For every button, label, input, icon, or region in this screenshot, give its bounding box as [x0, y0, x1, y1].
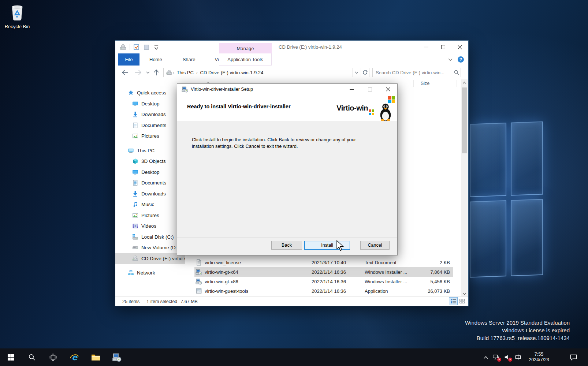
dialog-close-icon[interactable] [379, 84, 397, 95]
sidebar-item-documents[interactable]: Documents [115, 120, 185, 131]
sidebar-item-downloads[interactable]: Downloads [115, 188, 185, 199]
up-icon[interactable] [152, 68, 161, 77]
sidebar-item-this-pc[interactable]: This PC [115, 145, 185, 156]
refresh-icon[interactable] [361, 68, 369, 77]
taskbar-installer-icon[interactable] [106, 348, 127, 366]
back-button[interactable]: Back [271, 241, 302, 250]
ribbon-collapse-icon[interactable] [448, 57, 453, 62]
task-view-icon[interactable] [42, 348, 64, 366]
desktop-icon [132, 169, 138, 175]
sidebar-item-pictures[interactable]: Pictures [115, 210, 185, 221]
star-icon [128, 90, 134, 96]
file-size: 2 KB [419, 260, 453, 265]
minimize-button[interactable] [418, 41, 435, 53]
forward-icon[interactable] [134, 68, 142, 77]
file-row-virtio-win-guest-tools[interactable]: virtio-win-guest-tools2022/1/14 16:36App… [194, 286, 453, 296]
sidebar-item-label: Documents [141, 123, 166, 128]
start-button[interactable] [0, 348, 21, 366]
breadcrumb-current[interactable]: CD Drive (E:) virtio-win-1.9.24 [198, 70, 266, 75]
taskbar-search-icon[interactable] [21, 348, 42, 366]
tab-application-tools[interactable]: Application Tools [219, 53, 272, 66]
status-bar: 25 items 1 item selected 7.67 MB [115, 296, 468, 306]
sidebar-item-downloads[interactable]: Downloads [115, 109, 185, 120]
setup-dialog: Virtio-win-driver-installer Setup Ready … [177, 83, 398, 255]
internet-explorer-icon[interactable]: e [64, 348, 85, 366]
recycle-bin[interactable]: Recycle Bin [3, 3, 31, 29]
msifile-icon [196, 278, 202, 285]
dialog-minimize-icon[interactable] [342, 84, 361, 95]
tab-share[interactable]: Share [176, 53, 202, 66]
sidebar-item-new-volume-d[interactable]: New Volume (D [115, 242, 185, 253]
toolbar-separator [130, 44, 130, 50]
ime-icon[interactable] [513, 348, 524, 366]
search-input[interactable] [373, 70, 453, 75]
sidebar-item-label: Pictures [141, 213, 159, 218]
address-bar[interactable]: › This PC › CD Drive (E:) virtio-win-1.9… [163, 68, 369, 77]
msifile-icon [196, 269, 202, 275]
close-button[interactable] [451, 41, 468, 53]
tab-file[interactable]: File [118, 53, 139, 66]
qat-checkbox-icon[interactable] [133, 44, 140, 51]
details-view-icon[interactable] [449, 298, 457, 305]
scrollbar[interactable] [461, 79, 468, 297]
drive-system-icon[interactable] [120, 44, 126, 51]
breadcrumb-drive-icon [166, 70, 172, 75]
sidebar-item-network[interactable]: Network [115, 268, 185, 279]
file-type: Application [365, 288, 419, 294]
file-name: virtio-win-guest-tools [205, 288, 312, 294]
history-dropdown-icon[interactable] [145, 68, 151, 77]
sidebar-item-3d-objects[interactable]: 3D Objects [115, 156, 185, 167]
taskbar-clock[interactable]: 7:55 2024/7/23 [526, 352, 552, 363]
file-explorer-icon[interactable] [85, 348, 106, 366]
back-icon[interactable] [120, 68, 129, 77]
qat-properties-icon[interactable] [143, 44, 150, 51]
address-dropdown-icon[interactable] [352, 68, 361, 77]
screen: { "desktop": { "recycle_bin_label": "Rec… [0, 0, 588, 366]
scrollbar-thumb[interactable] [462, 87, 467, 153]
sidebar-item-desktop[interactable]: Desktop [115, 98, 185, 109]
file-row-virtio-win-license[interactable]: virtio-win_license2021/3/17 10:40Text Do… [194, 258, 453, 267]
volume-muted-icon[interactable]: × [502, 348, 513, 366]
sidebar-item-pictures[interactable]: Pictures [115, 131, 185, 142]
scrollbar-up-icon[interactable] [461, 79, 468, 86]
file-row-virtio-win-gt-x86[interactable]: virtio-win-gt-x862022/1/14 16:36Windows … [194, 277, 453, 286]
sidebar-item-quick-access[interactable]: Quick access [115, 87, 185, 98]
documents-icon [132, 180, 138, 186]
dialog-header: Ready to install Virtio-win-driver-insta… [177, 95, 397, 122]
sidebar-item-desktop[interactable]: Desktop [115, 167, 185, 178]
file-row-virtio-win-gt-x64[interactable]: virtio-win-gt-x642022/1/14 16:36Windows … [194, 267, 453, 277]
tray-expand-icon[interactable] [481, 348, 491, 366]
sidebar-item-local-disk-c[interactable]: Local Disk (C:) [115, 232, 185, 243]
wallpaper-window-glow [470, 121, 545, 279]
file-list: virtio-win_license2021/3/17 10:40Text Do… [185, 258, 461, 296]
icons-view-icon[interactable] [458, 298, 466, 305]
file-name: virtio-win-gt-x64 [205, 269, 312, 275]
windows-flag-icon [369, 109, 374, 115]
sidebar-item-cd-drive-e-virtio-w[interactable]: CD Drive (E:) virtio-w [115, 253, 185, 264]
videos-icon [132, 223, 138, 229]
diskc-icon [132, 234, 138, 240]
action-center-icon[interactable] [565, 348, 581, 366]
sidebar-item-videos[interactable]: Videos [115, 221, 185, 232]
sidebar-item-documents[interactable]: Documents [115, 178, 185, 188]
network-status-icon[interactable]: × [491, 348, 502, 366]
sidebar-item-music[interactable]: Music [115, 199, 185, 210]
status-selected-size: 7.67 MB [181, 299, 198, 304]
music-icon [132, 201, 138, 208]
cancel-button[interactable]: Cancel [360, 241, 390, 250]
scrollbar-down-icon[interactable] [461, 291, 468, 297]
window-title: CD Drive (E:) virtio-win-1.9.24 [279, 41, 342, 53]
qat-customize-icon[interactable] [153, 44, 160, 51]
sidebar-item-label: Downloads [141, 112, 166, 117]
search-icon[interactable] [453, 70, 461, 75]
system-info-line: Build 17763.rs5_release.180914-1434 [465, 334, 570, 342]
sidebar-item-label: Network [137, 270, 155, 276]
ribbon-manage-group[interactable]: Manage [219, 43, 272, 53]
sidebar-item-label: Videos [141, 223, 156, 229]
column-header-size[interactable]: Size [421, 81, 429, 86]
breadcrumb-this-pc[interactable]: This PC [175, 70, 196, 75]
pc-icon [128, 147, 134, 154]
maximize-button[interactable] [435, 41, 451, 53]
help-icon[interactable]: ? [458, 56, 464, 63]
tab-home[interactable]: Home [143, 53, 168, 66]
